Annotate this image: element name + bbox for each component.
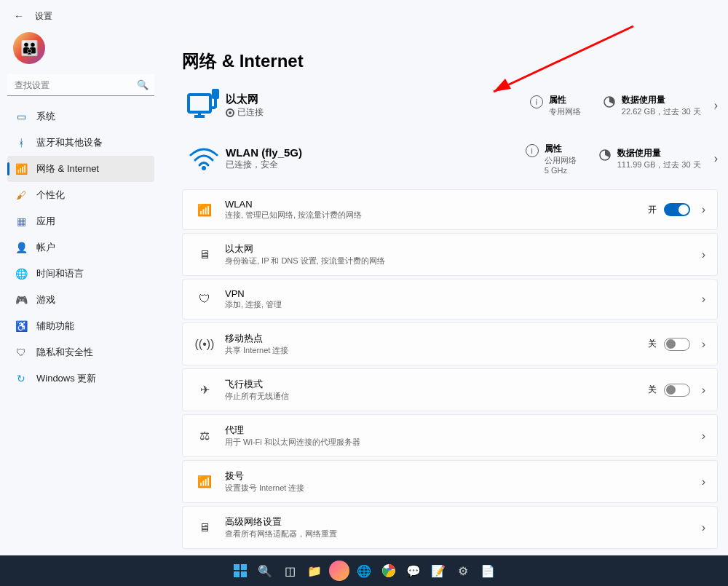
info-icon: i: [530, 95, 543, 108]
card-airplane[interactable]: ✈ 飞行模式停止所有无线通信 关 ›: [182, 368, 718, 411]
brush-icon: 🖌: [15, 189, 28, 202]
status-dot-icon: [226, 108, 234, 117]
ethernet-usage[interactable]: 数据使用量22.62 GB，过去 30 天: [603, 94, 701, 117]
chevron-right-icon: ›: [702, 203, 705, 216]
shield-icon: 🛡: [15, 346, 28, 359]
sidebar-item-apps[interactable]: ▦应用: [7, 208, 154, 234]
sidebar-item-accounts[interactable]: 👤帐户: [7, 234, 154, 261]
airplane-toggle[interactable]: [664, 384, 690, 397]
sidebar-item-personalization[interactable]: 🖌个性化: [7, 182, 154, 208]
sidebar-item-bluetooth[interactable]: ᚼ蓝牙和其他设备: [7, 130, 154, 156]
card-ethernet[interactable]: 🖥 以太网身份验证, IP 和 DNS 设置, 按流量计费的网络 ›: [182, 233, 718, 276]
wifi-icon: 📶: [194, 203, 215, 217]
wlan-toggle[interactable]: [664, 203, 690, 216]
chevron-right-icon: ›: [702, 338, 705, 351]
chevron-right-icon: ›: [702, 429, 705, 443]
svg-rect-3: [212, 89, 219, 99]
app-icon-1[interactable]: [329, 561, 349, 581]
globe-icon: 🌐: [15, 267, 28, 280]
sidebar-item-time[interactable]: 🌐时间和语言: [7, 261, 154, 287]
ethernet-name: 以太网: [226, 92, 508, 106]
svg-rect-13: [234, 571, 240, 577]
sidebar-item-gaming[interactable]: 🎮游戏: [7, 287, 154, 313]
airplane-icon: ✈: [194, 383, 215, 397]
wlan-status: 已连接，安全: [226, 159, 504, 171]
svg-point-7: [202, 166, 206, 170]
sidebar-item-accessibility[interactable]: ♿辅助功能: [7, 313, 154, 339]
edge-icon[interactable]: 🌐: [354, 561, 374, 581]
network-ethernet-row: 以太网 已连接 i 属性专用网络 数据使用量22.62 GB，过去 30 天 ›: [182, 79, 718, 135]
sidebar-item-network[interactable]: 📶网络 & Internet: [7, 156, 154, 182]
wlan-properties[interactable]: i 属性公用网络5 GHz: [526, 143, 577, 175]
settings-icon[interactable]: ⚙: [453, 561, 473, 581]
network-wlan-row: WLAN (fly_5G) 已连接，安全 i 属性公用网络5 GHz 数据使用量…: [182, 135, 718, 185]
chevron-right-icon[interactable]: ›: [714, 152, 718, 165]
hotspot-toggle[interactable]: [664, 338, 690, 351]
sidebar: 👪 🔍 ▭系统 ᚼ蓝牙和其他设备 📶网络 & Internet 🖌个性化 ▦应用…: [0, 32, 162, 558]
app-icon-3[interactable]: 📄: [478, 561, 498, 581]
game-icon: 🎮: [15, 293, 28, 306]
sidebar-item-privacy[interactable]: 🛡隐私和安全性: [7, 339, 154, 365]
hotspot-icon: ((•)): [194, 338, 215, 351]
main-content: 网络 & Internet 以太网 已连接 i 属性专用网络 数据使用量22.6…: [162, 32, 728, 558]
person-icon: 👤: [15, 241, 28, 254]
page-title: 网络 & Internet: [182, 50, 718, 73]
user-avatar[interactable]: 👪: [13, 32, 45, 64]
wlan-name: WLAN (fly_5G): [226, 146, 504, 159]
wechat-icon[interactable]: 💬: [403, 561, 424, 581]
search-icon[interactable]: 🔍: [255, 561, 275, 581]
svg-rect-11: [234, 564, 240, 570]
svg-rect-14: [241, 571, 247, 577]
search-input[interactable]: [7, 74, 154, 96]
monitor-icon: 🖥: [194, 521, 215, 534]
chevron-right-icon: ›: [702, 521, 705, 534]
ethernet-icon: [182, 86, 226, 125]
card-vpn[interactable]: 🛡 VPN添加, 连接, 管理 ›: [182, 279, 718, 320]
chevron-right-icon[interactable]: ›: [714, 99, 718, 112]
back-button[interactable]: ←: [10, 7, 28, 25]
card-advanced[interactable]: 🖥 高级网络设置查看所有网络适配器，网络重置 ›: [182, 506, 718, 549]
ethernet-icon: 🖥: [194, 248, 215, 261]
pie-icon: [603, 95, 616, 108]
accessibility-icon: ♿: [15, 320, 28, 333]
svg-rect-12: [241, 564, 247, 570]
chevron-right-icon: ›: [702, 384, 705, 397]
start-icon[interactable]: [230, 561, 250, 581]
sidebar-item-system[interactable]: ▭系统: [7, 103, 154, 130]
taskbar[interactable]: 🔍 ◫ 📁 🌐 💬 📝 ⚙ 📄: [0, 555, 728, 586]
card-dialup[interactable]: 📶 拨号设置拨号 Internet 连接 ›: [182, 460, 718, 503]
svg-rect-0: [189, 95, 210, 112]
explorer-icon[interactable]: 📁: [304, 561, 325, 581]
sidebar-item-update[interactable]: ↻Windows 更新: [7, 365, 154, 392]
chevron-right-icon: ›: [702, 475, 705, 488]
dialup-icon: 📶: [194, 475, 215, 488]
wlan-icon: [182, 146, 226, 171]
ethernet-status: 已连接: [237, 106, 264, 119]
card-proxy[interactable]: ⚖ 代理用于 Wi-Fi 和以太网连接的代理服务器 ›: [182, 414, 718, 457]
shield-icon: 🛡: [194, 293, 215, 306]
proxy-icon: ⚖: [194, 429, 215, 443]
card-hotspot[interactable]: ((•)) 移动热点共享 Internet 连接 关 ›: [182, 322, 718, 365]
app-icon-2[interactable]: 📝: [428, 561, 448, 581]
search-icon: 🔍: [137, 79, 149, 90]
wlan-usage[interactable]: 数据使用量111.99 GB，过去 30 天: [598, 147, 701, 170]
window-title: 设置: [35, 10, 52, 23]
bluetooth-icon: ᚼ: [15, 136, 28, 149]
chevron-right-icon: ›: [702, 293, 705, 306]
display-icon: ▭: [15, 110, 28, 123]
pie-icon: [598, 149, 612, 162]
chevron-right-icon: ›: [702, 248, 705, 261]
card-wlan[interactable]: 📶 WLAN连接, 管理已知网络, 按流量计费的网络 开 ›: [182, 189, 718, 230]
apps-icon: ▦: [15, 215, 28, 228]
info-icon: i: [526, 144, 539, 157]
chrome-icon[interactable]: [379, 561, 399, 581]
taskview-icon[interactable]: ◫: [280, 561, 300, 581]
wifi-icon: 📶: [15, 162, 28, 175]
update-icon: ↻: [15, 372, 28, 385]
ethernet-properties[interactable]: i 属性专用网络: [530, 94, 581, 117]
